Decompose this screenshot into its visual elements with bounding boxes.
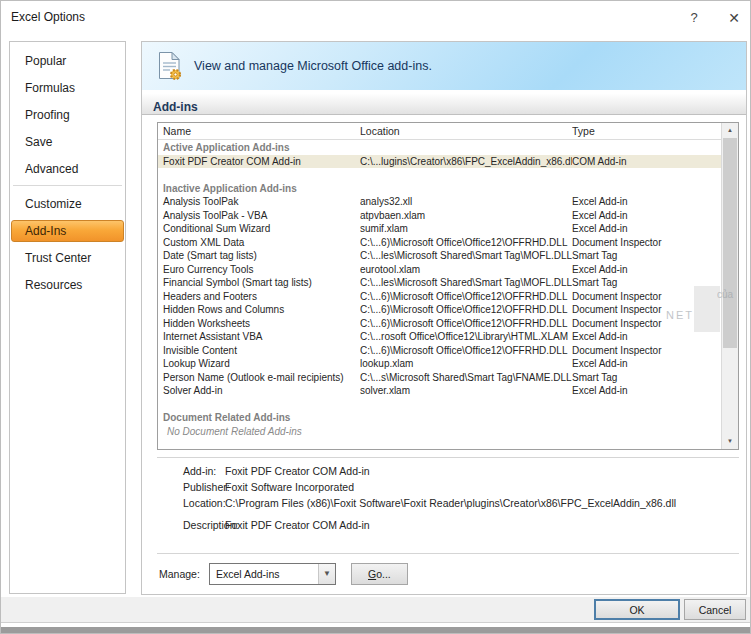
cell-type: Smart Tag (572, 371, 721, 385)
cell-location: solver.xlam (360, 384, 572, 398)
detail-row: Publisher:Foxit Software Incorporated (157, 481, 739, 493)
manage-select[interactable]: Excel Add-ins ▼ (209, 563, 336, 585)
cell-location: sumif.xlam (360, 222, 572, 236)
cell-location: C:\...rosoft Office\Office12\Library\HTM… (360, 330, 572, 344)
sidebar-item-advanced[interactable]: Advanced (11, 158, 124, 180)
detail-row: Location:C:\Program Files (x86)\Foxit So… (157, 497, 739, 509)
cell-name: Conditional Sum Wizard (158, 222, 360, 236)
sidebar-item-save[interactable]: Save (11, 131, 124, 153)
cell-name: Invisible Content (158, 344, 360, 358)
table-row[interactable]: Custom XML DataC:\...6)\Microsoft Office… (158, 236, 721, 250)
cell-location: atpvbaen.xlam (360, 209, 572, 223)
cell-type: Smart Tag (572, 249, 721, 263)
chevron-down-icon[interactable]: ▼ (318, 564, 335, 584)
column-header-type[interactable]: Type (572, 125, 721, 137)
cell-name: Internet Assistant VBA (158, 330, 360, 344)
detail-label: Location: (157, 497, 225, 509)
column-header-name[interactable]: Name (158, 125, 360, 137)
cell-type: Document Inspector (572, 236, 721, 250)
vertical-scrollbar[interactable]: ▲ ▼ (721, 123, 738, 449)
watermark-text: NET (666, 309, 694, 321)
table-body: Active Application Add-insFoxit PDF Crea… (158, 141, 721, 449)
detail-value: Foxit Software Incorporated (225, 481, 354, 493)
close-icon[interactable]: ✕ (721, 8, 747, 28)
main-panel: View and manage Microsoft Office add-ins… (141, 41, 747, 595)
group-label: Inactive Application Add-ins (158, 182, 297, 196)
cell-type: Excel Add-in (572, 384, 721, 398)
table-row[interactable]: Analysis ToolPak - VBAatpvbaen.xlamExcel… (158, 209, 721, 223)
cell-location: C:\...les\Microsoft Shared\Smart Tag\MOF… (360, 249, 572, 263)
cell-name: Foxit PDF Creator COM Add-in (158, 155, 360, 169)
excel-options-dialog: Excel Options ? ✕ PopularFormulasProofin… (0, 0, 751, 634)
table-row-group: Active Application Add-ins (158, 141, 721, 155)
scroll-up-icon[interactable]: ▲ (722, 123, 738, 138)
cell-name: Euro Currency Tools (158, 263, 360, 277)
cell-name: Lookup Wizard (158, 357, 360, 371)
table-row[interactable]: Conditional Sum Wizardsumif.xlamExcel Ad… (158, 222, 721, 236)
cell-location: eurotool.xlam (360, 263, 572, 277)
cell-name: Person Name (Outlook e-mail recipients) (158, 371, 360, 385)
section-title: Add-ins (153, 100, 198, 114)
table-row[interactable]: Lookup Wizardlookup.xlamExcel Add-in (158, 357, 721, 371)
cancel-button[interactable]: Cancel (684, 599, 746, 620)
window-bottom-edge (1, 627, 750, 633)
table-row-empty (158, 398, 721, 412)
table-row-empty (158, 168, 721, 182)
cell-type: Excel Add-in (572, 195, 721, 209)
table-row[interactable]: Euro Currency Toolseurotool.xlamExcel Ad… (158, 263, 721, 277)
sidebar-item-trust-center[interactable]: Trust Center (11, 247, 124, 269)
detail-value: Foxit PDF Creator COM Add-in (225, 465, 370, 477)
group-label: Active Application Add-ins (158, 141, 290, 155)
table-row-group: Document Related Add-ins (158, 411, 721, 425)
detail-label: Publisher: (157, 481, 225, 493)
table-row[interactable]: Internet Assistant VBAC:\...rosoft Offic… (158, 330, 721, 344)
cell-location: lookup.xlam (360, 357, 572, 371)
table-row[interactable]: Foxit PDF Creator COM Add-inC:\...lugins… (158, 155, 721, 169)
manage-selected-option: Excel Add-ins (216, 568, 280, 580)
cell-name: Analysis ToolPak - VBA (158, 209, 360, 223)
addin-details: Add-in:Foxit PDF Creator COM Add-inPubli… (157, 457, 739, 535)
go-button[interactable]: Go... (351, 563, 408, 585)
document-gear-icon (156, 51, 184, 81)
group-label: Document Related Add-ins (158, 411, 290, 425)
sidebar-item-customize[interactable]: Customize (11, 193, 124, 215)
table-row[interactable]: Invisible ContentC:\...6)\Microsoft Offi… (158, 344, 721, 358)
watermark-text: của (717, 289, 733, 300)
cell-type: Excel Add-in (572, 357, 721, 371)
banner-text: View and manage Microsoft Office add-ins… (194, 59, 432, 73)
table-row[interactable]: Hidden WorksheetsC:\...6)\Microsoft Offi… (158, 317, 721, 331)
cell-location: C:\...6)\Microsoft Office\Office12\OFFRH… (360, 290, 572, 304)
manage-section: Manage: Excel Add-ins ▼ Go... (157, 553, 739, 585)
help-icon[interactable]: ? (681, 8, 707, 28)
table-row[interactable]: Date (Smart tag lists)C:\...les\Microsof… (158, 249, 721, 263)
ok-button[interactable]: OK (594, 599, 680, 620)
cell-location: C:\...s\Microsoft Shared\Smart Tag\FNAME… (360, 371, 572, 385)
cell-location: C:\...6)\Microsoft Office\Office12\OFFRH… (360, 303, 572, 317)
table-row[interactable]: Hidden Rows and ColumnsC:\...6)\Microsof… (158, 303, 721, 317)
cell-location: C:\...lugins\Creator\x86\FPC_ExcelAddin_… (360, 155, 572, 169)
cell-location: C:\...6)\Microsoft Office\Office12\OFFRH… (360, 344, 572, 358)
sidebar-item-add-ins[interactable]: Add-Ins (11, 220, 124, 242)
cell-name: Headers and Footers (158, 290, 360, 304)
window-title: Excel Options (11, 10, 85, 24)
table-row[interactable]: Solver Add-insolver.xlamExcel Add-in (158, 384, 721, 398)
detail-label: Description: (157, 519, 225, 531)
scrollbar-thumb[interactable] (723, 138, 737, 348)
cell-name: Analysis ToolPak (158, 195, 360, 209)
table-row-note: No Document Related Add-ins (158, 425, 721, 439)
sidebar-item-proofing[interactable]: Proofing (11, 104, 124, 126)
empty-group-note: No Document Related Add-ins (158, 425, 302, 439)
footer-bar: OK Cancel (1, 597, 750, 623)
sidebar-item-resources[interactable]: Resources (11, 274, 124, 296)
detail-value: C:\Program Files (x86)\Foxit Software\Fo… (225, 497, 676, 509)
table-row[interactable]: Analysis ToolPakanalys32.xllExcel Add-in (158, 195, 721, 209)
manage-label: Manage: (159, 568, 200, 580)
sidebar-item-popular[interactable]: Popular (11, 50, 124, 72)
cell-type: Excel Add-in (572, 263, 721, 277)
column-header-location[interactable]: Location (360, 125, 572, 137)
table-row[interactable]: Financial Symbol (Smart tag lists)C:\...… (158, 276, 721, 290)
table-row[interactable]: Headers and FootersC:\...6)\Microsoft Of… (158, 290, 721, 304)
scroll-down-icon[interactable]: ▼ (722, 434, 738, 449)
table-row[interactable]: Person Name (Outlook e-mail recipients)C… (158, 371, 721, 385)
sidebar-item-formulas[interactable]: Formulas (11, 77, 124, 99)
